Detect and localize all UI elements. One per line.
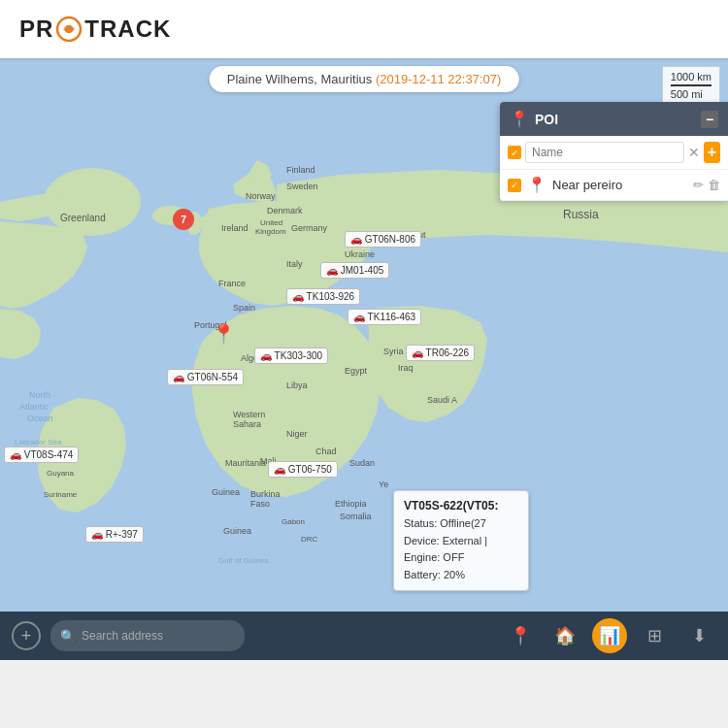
vehicle-label-r397[interactable]: 🚗 R+-397 [85, 526, 144, 543]
svg-text:Labrador Sea: Labrador Sea [15, 438, 62, 447]
datetime-text: (2019-12-11 22:37:07) [376, 72, 501, 86]
svg-text:Suriname: Suriname [44, 490, 78, 499]
poi-item-row[interactable]: ✓ 📍 Near pereiro ✏ 🗑 [500, 170, 728, 201]
svg-text:Ukraine: Ukraine [345, 249, 375, 259]
poi-title-label: POI [535, 112, 558, 127]
svg-text:France: France [218, 279, 246, 288]
logo: PR TRACK [19, 16, 171, 43]
vehicle-label-vt08s474[interactable]: 🚗 VT08S-474 [4, 447, 79, 463]
poi-clear-button[interactable]: ✕ [688, 145, 700, 160]
vehicle-label-jm01405[interactable]: 🚗 JM01-405 [320, 262, 389, 279]
svg-text:Gabon: Gabon [281, 517, 305, 526]
map-pin[interactable]: 📍 [212, 322, 236, 346]
poi-search-row: ✓ ✕ + [500, 136, 728, 170]
location-text: Plaine Wilhems, Mauritius [227, 72, 373, 86]
svg-text:Gulf of Guinea: Gulf of Guinea [218, 556, 269, 565]
svg-text:North: North [29, 390, 50, 400]
svg-text:Niger: Niger [286, 429, 308, 439]
poi-marker-icon: 📍 [527, 176, 546, 194]
poi-item-checkbox[interactable]: ✓ [508, 179, 521, 192]
add-button[interactable]: + [12, 621, 41, 650]
svg-text:DRC: DRC [301, 535, 318, 544]
svg-text:Germany: Germany [291, 223, 328, 233]
scale-km: 1000 km [671, 71, 711, 86]
svg-text:Ocean: Ocean [27, 414, 53, 423]
vehicle-label-gt06750[interactable]: 🚗 GT06-750 [268, 461, 338, 478]
checkmark-icon: ✓ [511, 148, 518, 158]
tooltip-device: Device: External | [404, 533, 518, 550]
svg-text:Iraq: Iraq [398, 363, 414, 373]
vehicle-label-tr06226[interactable]: 🚗 TR06-226 [406, 345, 475, 361]
svg-text:Denmark: Denmark [267, 206, 303, 215]
plus-icon: + [21, 626, 32, 646]
cluster-badge[interactable]: 7 [173, 209, 194, 230]
svg-text:Spain: Spain [233, 303, 255, 313]
map-container[interactable]: Greenland France Spain Portugal Germany … [0, 58, 728, 612]
tooltip-card: VT05S-622(VT05: Status: Offline(27 Devic… [393, 490, 529, 591]
svg-text:Somalia: Somalia [340, 512, 372, 521]
svg-text:Western: Western [233, 410, 265, 419]
cluster-count: 7 [181, 214, 186, 225]
minus-icon: − [706, 112, 713, 127]
svg-text:Guyana: Guyana [47, 469, 75, 478]
vehicle-label-tk103926[interactable]: 🚗 TK103-926 [286, 288, 360, 305]
svg-text:Russia: Russia [563, 208, 599, 221]
logo-text-before: PR [19, 16, 53, 43]
vehicle-label-gt06n554[interactable]: 🚗 GT06N-554 [167, 369, 244, 385]
svg-text:Syria: Syria [383, 347, 404, 356]
svg-text:Atlantic: Atlantic [19, 402, 49, 412]
chart-button[interactable]: 📊 [592, 618, 627, 653]
svg-text:Saudi A: Saudi A [427, 395, 457, 405]
poi-minimize-button[interactable]: − [701, 111, 718, 128]
svg-text:Kingdom: Kingdom [255, 227, 286, 236]
tooltip-engine: Engine: OFF [404, 549, 518, 567]
svg-text:Faso: Faso [250, 499, 270, 509]
scale-bar: 1000 km 500 mi [662, 66, 720, 105]
vehicle-label-tk303300[interactable]: 🚗 TK303-300 [254, 347, 328, 364]
svg-text:Ireland: Ireland [221, 223, 248, 233]
search-bar[interactable]: 🔍 [50, 620, 245, 651]
svg-text:Norway: Norway [246, 191, 276, 201]
edit-icon[interactable]: ✏ [693, 178, 704, 192]
plus-icon: + [708, 144, 716, 161]
svg-text:Egypt: Egypt [345, 366, 368, 376]
location-button[interactable]: 📍 [503, 618, 538, 653]
svg-text:Ethiopia: Ethiopia [335, 499, 367, 509]
svg-text:Guinea: Guinea [223, 526, 251, 536]
grid-button[interactable]: ⊞ [637, 618, 672, 653]
download-button[interactable]: ⬇ [681, 618, 716, 653]
poi-title: 📍 POI [510, 110, 558, 128]
poi-item-name: Near pereiro [552, 178, 687, 192]
poi-search-input[interactable] [525, 142, 684, 163]
poi-add-button[interactable]: + [704, 142, 720, 163]
search-icon: 🔍 [60, 629, 76, 644]
svg-text:Sudan: Sudan [349, 458, 375, 468]
svg-text:Guinea: Guinea [212, 487, 240, 497]
poi-actions: − [701, 111, 718, 128]
scale-mi: 500 mi [671, 88, 711, 100]
svg-text:Sahara: Sahara [233, 419, 261, 429]
vehicle-label-tk116463[interactable]: 🚗 TK116-463 [347, 309, 421, 325]
poi-location-icon: 📍 [510, 110, 529, 128]
svg-text:United: United [260, 218, 282, 227]
poi-panel: 📍 POI − ✓ ✕ + ✓ 📍 Near pereiro [500, 102, 728, 201]
svg-text:Libya: Libya [286, 381, 308, 390]
home-button[interactable]: 🏠 [547, 618, 582, 653]
bottom-bar: + 🔍 📍 🏠 📊 ⊞ ⬇ [0, 612, 728, 660]
svg-text:Sweden: Sweden [286, 182, 318, 191]
search-input[interactable] [82, 629, 235, 643]
poi-edit-icons: ✏ 🗑 [693, 178, 720, 192]
delete-icon[interactable]: 🗑 [708, 178, 720, 192]
logo-icon [55, 16, 83, 43]
poi-search-checkbox[interactable]: ✓ [508, 146, 521, 159]
svg-text:Ye: Ye [379, 480, 388, 489]
svg-text:Greenland: Greenland [60, 213, 106, 223]
svg-point-1 [65, 25, 73, 33]
poi-header: 📍 POI − [500, 102, 728, 136]
vehicle-label-gt06n806[interactable]: 🚗 GT06N-806 [345, 231, 421, 248]
header: PR TRACK [0, 0, 728, 58]
svg-text:Chad: Chad [315, 447, 337, 456]
checkmark-icon-2: ✓ [511, 180, 518, 190]
tooltip-battery: Battery: 20% [404, 567, 518, 584]
svg-text:Burkina: Burkina [250, 489, 281, 499]
